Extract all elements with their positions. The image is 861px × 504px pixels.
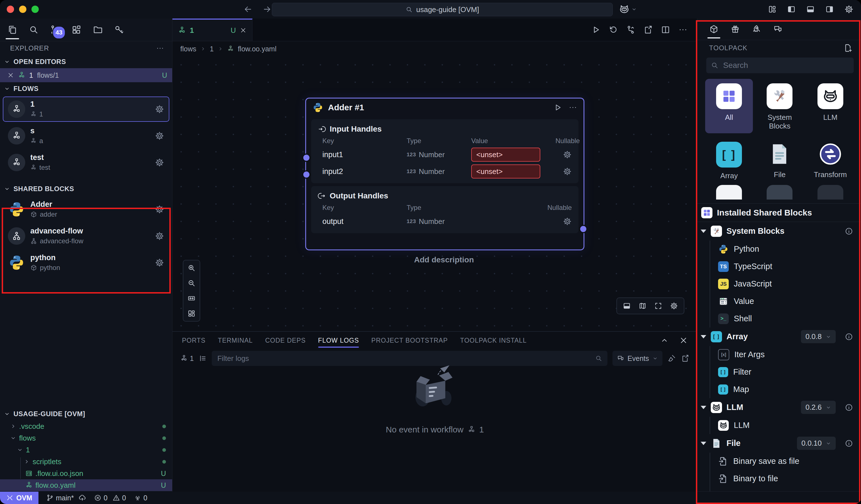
activity-secrets[interactable] [114, 25, 124, 35]
block-item[interactable]: LLM [697, 417, 861, 434]
run-flow-icon[interactable] [591, 25, 601, 34]
zoom-out-button[interactable] [183, 276, 200, 291]
run-node-icon[interactable] [553, 103, 562, 112]
panel-tab[interactable]: PROJECT BOOTSTRAP [371, 337, 448, 344]
group-array[interactable]: [ ] Array 0.0.8 [697, 327, 861, 346]
close-window-button[interactable] [7, 5, 14, 13]
breadcrumb-item[interactable]: 1 [210, 45, 214, 53]
block-item[interactable]: JSJavaScript [697, 275, 861, 293]
filter-logs-input[interactable] [217, 354, 595, 363]
tab-toolpack[interactable] [709, 24, 719, 34]
expand-triangle-icon[interactable] [701, 442, 706, 445]
expand-triangle-icon[interactable] [701, 335, 706, 338]
group-system-blocks[interactable]: System Blocks [697, 222, 861, 240]
add-description-button[interactable]: Add description [305, 255, 583, 264]
breadcrumb-item[interactable]: flow.oo.yaml [238, 45, 277, 53]
activity-folder[interactable] [93, 25, 103, 35]
canvas-settings-icon[interactable] [670, 302, 678, 310]
input-handle-dot[interactable] [302, 170, 311, 179]
gear-icon[interactable] [155, 104, 164, 114]
toggle-sidebar-right-icon[interactable] [825, 5, 834, 14]
close-icon[interactable] [7, 72, 14, 79]
zoom-in-button[interactable] [183, 261, 200, 276]
shared-block-item[interactable]: advanced-flow advanced-flow [3, 223, 169, 249]
new-toolpack-icon[interactable] [844, 43, 852, 53]
export-logs-icon[interactable] [681, 354, 689, 363]
gear-icon[interactable] [563, 150, 572, 159]
shared-blocks-header[interactable]: SHARED BLOCKS [0, 182, 172, 195]
category-array[interactable]: [ ] Array [705, 137, 753, 183]
tab-feedback[interactable] [773, 24, 783, 34]
block-item[interactable]: >_Shell [697, 310, 861, 327]
sync-cloud-icon[interactable] [78, 494, 86, 502]
rerun-icon[interactable] [609, 25, 618, 34]
activity-blocks[interactable] [71, 25, 81, 35]
problems-item[interactable]: 0 0 [94, 494, 126, 502]
block-item[interactable]: Binary save as file [697, 453, 861, 470]
info-icon[interactable] [845, 333, 853, 341]
tab-store[interactable] [730, 24, 740, 34]
flow-item[interactable]: s a [3, 123, 169, 149]
block-item[interactable]: TSTypeScript [697, 258, 861, 275]
breadcrumb-item[interactable]: flows [180, 45, 196, 53]
group-file[interactable]: File 0.0.10 [697, 434, 861, 453]
explorer-more-icon[interactable] [156, 44, 164, 53]
gear-icon[interactable] [155, 258, 164, 267]
activity-explorer[interactable] [7, 25, 17, 35]
tree-item[interactable]: .flow.ui.oo.jsonU [0, 467, 172, 479]
minimap-icon[interactable] [638, 302, 647, 310]
input-handle-dot[interactable] [302, 154, 311, 162]
gear-icon[interactable] [563, 217, 572, 226]
customize-layout-icon[interactable] [768, 5, 777, 14]
clipped-tile[interactable] [818, 185, 843, 199]
block-item[interactable]: [x]Iter Args [697, 346, 861, 363]
info-icon[interactable] [845, 227, 853, 236]
swap-run-icon[interactable] [626, 25, 636, 34]
panel-tab[interactable]: TERMINAL [218, 337, 253, 344]
tree-item[interactable]: .vscode [0, 420, 172, 432]
command-center-search[interactable]: usage-guide [OVM] [272, 3, 613, 16]
tree-item-selected[interactable]: flow.oo.yamlU [0, 479, 172, 491]
node-more-icon[interactable] [569, 103, 577, 112]
flows-header[interactable]: FLOWS [0, 82, 172, 95]
block-item[interactable]: Value [697, 293, 861, 310]
split-editor-icon[interactable] [661, 25, 670, 34]
category-llm[interactable]: LLM [807, 79, 854, 133]
node-header[interactable]: Adder #1 [306, 98, 584, 116]
block-item[interactable]: [ ]Map [697, 381, 861, 398]
git-branch-item[interactable]: main* [46, 494, 86, 502]
close-icon[interactable] [240, 27, 247, 34]
more-actions-icon[interactable] [678, 25, 688, 34]
output-handle-dot[interactable] [579, 225, 587, 233]
tree-item[interactable]: 1 [0, 444, 172, 456]
filter-logs-field[interactable] [212, 351, 607, 366]
value-unset-field[interactable]: <unset> [471, 165, 540, 179]
category-transform[interactable]: Transform [807, 137, 854, 183]
panel-tab[interactable]: PORTS [182, 337, 206, 344]
clear-logs-icon[interactable] [668, 354, 676, 363]
info-icon[interactable] [845, 439, 853, 448]
shared-block-item[interactable]: python python [3, 250, 169, 275]
open-editor-item[interactable]: 1 flows/1 U [0, 68, 172, 82]
value-unset-field[interactable]: <unset> [471, 148, 540, 162]
flow-node-adder[interactable]: Adder #1 Input Handles Key Type Value [305, 98, 584, 250]
close-panel-icon[interactable] [679, 336, 688, 345]
toggle-panel-icon[interactable] [806, 5, 815, 14]
tree-item[interactable]: scriptlets [0, 456, 172, 467]
nav-forward-icon[interactable] [262, 4, 272, 14]
events-dropdown[interactable]: Events [613, 351, 662, 366]
tab-bootstrap[interactable] [752, 24, 761, 34]
gear-icon[interactable] [563, 167, 572, 176]
expand-triangle-icon[interactable] [701, 229, 706, 233]
fullscreen-icon[interactable] [654, 302, 662, 310]
panel-tab-active[interactable]: FLOW LOGS [318, 337, 359, 344]
block-item[interactable]: [ ]Filter [697, 363, 861, 381]
clipped-tile[interactable] [767, 185, 792, 199]
activity-search[interactable] [29, 25, 39, 35]
editor-tab-active[interactable]: 1 U [173, 18, 252, 41]
clipped-tile[interactable] [716, 185, 742, 199]
maximize-window-button[interactable] [31, 5, 39, 13]
group-llm[interactable]: LLM 0.2.6 [697, 398, 861, 417]
settings-gear-icon[interactable] [844, 4, 854, 14]
fit-width-button[interactable] [183, 291, 200, 306]
